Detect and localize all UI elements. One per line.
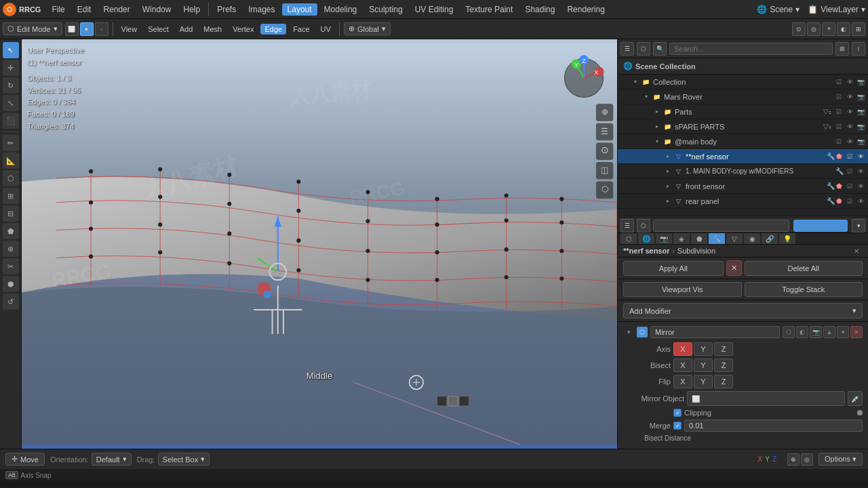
menu-window[interactable]: Window <box>137 3 177 16</box>
mirror-ctrl-3[interactable]: 📷 <box>810 326 822 338</box>
vis-render-icon[interactable]: ☑ <box>834 77 844 87</box>
prop-tab-object-data[interactable]: ▽ <box>726 233 743 245</box>
tree-item-collection[interactable]: ▾ 📁 Collection ☑ 👁 📷 <box>618 75 868 89</box>
vis-e-7[interactable]: 👁 <box>856 167 865 176</box>
select-tool-btn[interactable]: ↖ <box>3 42 19 58</box>
mirror-obj-input[interactable]: ⬜ <box>687 391 845 406</box>
menu-layout[interactable]: Layout <box>282 3 317 16</box>
transform-tool-btn[interactable]: ⬛ <box>3 113 19 129</box>
spin-tool-btn[interactable]: ↺ <box>3 293 19 310</box>
menu-texturepaint[interactable]: Texture Paint <box>460 3 518 16</box>
merge-cb[interactable]: ✓ <box>673 422 682 430</box>
tree-item-spare-parts[interactable]: ▸ 📁 sPARE PARTS ▽₆ ☑ 👁 📷 <box>618 119 868 134</box>
vis-e-4[interactable]: 👁 <box>845 122 854 131</box>
drag-value-btn[interactable]: Select Box ▾ <box>158 453 210 466</box>
select-btn[interactable]: Select <box>144 24 173 35</box>
coord-icon-2[interactable]: ◎ <box>801 453 813 466</box>
bisect-x-btn[interactable]: X <box>673 359 692 372</box>
vis-e-8[interactable]: 👁 <box>856 182 865 191</box>
axis-x-btn[interactable]: X <box>673 342 692 356</box>
mirror-close-btn[interactable]: ✕ <box>850 326 863 338</box>
rpanel-search-input[interactable] <box>669 43 833 55</box>
menu-uvediting[interactable]: UV Editing <box>410 3 459 16</box>
vis-camera-icon-2[interactable]: 📷 <box>856 92 865 102</box>
flip-x-btn[interactable]: X <box>673 375 692 388</box>
menu-edit[interactable]: Edit <box>72 3 97 16</box>
flip-y-btn[interactable]: Y <box>694 375 713 388</box>
orientation-value-btn[interactable]: Default ▾ <box>92 453 132 466</box>
menu-render[interactable]: Render <box>98 3 135 16</box>
toggle-stack-btn[interactable]: Toggle Stack <box>745 282 863 297</box>
vis-e-6[interactable]: 👁 <box>856 152 865 161</box>
vis-eye-icon-2[interactable]: 👁 <box>845 92 854 102</box>
flip-z-btn[interactable]: Z <box>714 375 733 388</box>
prop-tab-material[interactable]: ◉ <box>744 233 760 245</box>
props-icon-1[interactable]: ☰ <box>620 219 634 232</box>
apply-all-btn[interactable]: Apply All <box>623 261 724 276</box>
sort-icon[interactable]: ↕ <box>852 42 865 56</box>
bevel-tool-btn[interactable]: ⬟ <box>3 223 19 239</box>
tree-item-mars-rover[interactable]: ▾ 📁 Mars Rover ☑ 👁 📷 <box>618 89 868 104</box>
add-modifier-btn[interactable]: Add Modifier ▾ <box>623 303 863 319</box>
vis-r-7[interactable]: ☑ <box>845 167 854 176</box>
tree-item-main-body[interactable]: ▾ 📁 @main body ☑ 👁 📷 <box>618 134 868 149</box>
menu-sculpting[interactable]: Sculpting <box>363 3 408 16</box>
edge-btn[interactable]: Edge <box>260 24 286 35</box>
mode-selector[interactable]: ⬡ Edit Mode ▾ <box>3 22 62 35</box>
vis-c-4[interactable]: 📷 <box>856 122 865 131</box>
mesh-btn[interactable]: Mesh <box>199 24 226 35</box>
transform-dot-icon[interactable]: · <box>95 22 108 36</box>
vis-eye-icon[interactable]: 👁 <box>845 77 854 87</box>
mirror-expand-btn[interactable]: ▾ <box>623 327 634 338</box>
vis-camera-icon[interactable]: 📷 <box>856 77 865 87</box>
annotate-tool-btn[interactable]: ✏ <box>3 135 19 151</box>
prop-tab-particles[interactable]: ⬟ <box>691 233 707 245</box>
loop-cut-tool-btn[interactable]: ⊕ <box>3 241 19 257</box>
filter-icon[interactable]: ⊞ <box>835 42 849 56</box>
viewport[interactable]: X Y Z ⊕ ☰ ⊙ ◫ ⬡ <box>22 39 617 449</box>
magnet-icon[interactable]: ⊙ <box>792 22 806 36</box>
prop-tab-output[interactable]: 📷 <box>656 233 672 245</box>
add-cube-tool-btn[interactable]: ⬡ <box>3 170 19 186</box>
mod-header-close-btn[interactable]: ✕ <box>850 245 863 257</box>
menu-images[interactable]: Images <box>243 3 280 16</box>
overlay-icon[interactable]: ◐ <box>837 22 850 36</box>
move-tool-btn[interactable]: ✛ <box>3 60 19 76</box>
rotate-tool-btn[interactable]: ↻ <box>3 77 19 94</box>
view-btn[interactable]: View <box>117 24 142 35</box>
menu-prefs[interactable]: Prefs <box>212 3 241 16</box>
axis-y-btn[interactable]: Y <box>694 342 713 356</box>
uv-btn[interactable]: UV <box>317 24 335 35</box>
prop-tab-view[interactable]: ◈ <box>673 233 690 245</box>
prop-tab-object[interactable]: ⬡ <box>620 233 637 245</box>
rpanel-icon-1[interactable]: ☰ <box>620 42 634 56</box>
vis-c-3[interactable]: 📷 <box>856 107 865 117</box>
tree-item-parts[interactable]: ▸ 📁 Parts ▽₂ ☑ 👁 📷 <box>618 104 868 119</box>
coord-icon-1[interactable]: ⊕ <box>787 453 800 466</box>
proportional-icon[interactable]: ◎ <box>807 22 821 36</box>
prop-tab-physics[interactable]: 💡 <box>779 233 795 245</box>
menu-shading[interactable]: Shading <box>519 3 560 16</box>
vis-e-9[interactable]: 👁 <box>856 197 865 206</box>
merge-val-display[interactable]: 0.01 <box>684 420 863 432</box>
bisect-z-btn[interactable]: Z <box>714 359 733 372</box>
menu-rendering[interactable]: Rendering <box>561 3 610 16</box>
vis-r-3[interactable]: ☑ <box>834 107 844 117</box>
xray-icon[interactable]: ⊞ <box>852 22 865 36</box>
add-btn[interactable]: Add <box>176 24 197 35</box>
pivot-selector[interactable]: ⊕ Global ▾ <box>344 22 391 35</box>
vis-r-5[interactable]: ☑ <box>834 137 844 146</box>
props-chevron-icon[interactable]: ▾ <box>852 219 865 232</box>
tree-item-front-sensor[interactable]: ▸ ▽ front sensor 🔧 ⬟ ☑ 👁 <box>618 179 868 194</box>
bisect-y-btn[interactable]: Y <box>694 359 713 372</box>
knife-tool-btn[interactable]: ✂ <box>3 258 19 274</box>
rpanel-icon-2[interactable]: ⬡ <box>637 42 650 56</box>
face-btn[interactable]: Face <box>289 24 313 35</box>
vis-render-icon-2[interactable]: ☑ <box>834 92 844 102</box>
viewport-vis-btn[interactable]: Viewport Vis <box>623 282 742 297</box>
tree-item-rear-panel[interactable]: ▸ ▽ rear panel 🔧 ⬟ ☑ 👁 <box>618 194 868 209</box>
transform-box-icon[interactable]: ⬜ <box>65 22 79 36</box>
vis-r-4[interactable]: ☑ <box>834 122 844 131</box>
inset-tool-btn[interactable]: ⊟ <box>3 205 19 222</box>
tree-item-nerf-sensor[interactable]: ▸ ▽ **nerf sensor 🔧 ⬟ ☑ 👁 <box>618 149 868 164</box>
